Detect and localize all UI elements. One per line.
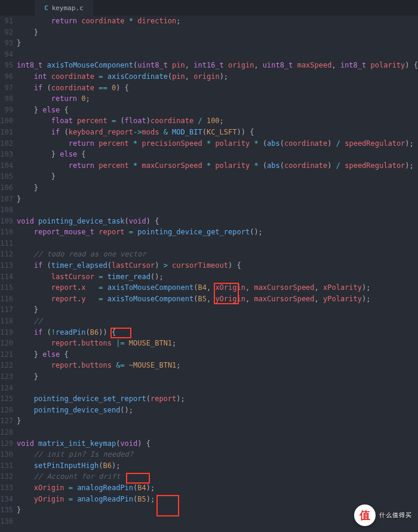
line-number: 104 [0, 160, 13, 172]
code-line[interactable]: } [17, 371, 418, 383]
code-line[interactable]: void pointing_device_task(void) { [17, 216, 418, 227]
code-line[interactable]: if (coordinate == 0) { [17, 82, 418, 94]
code-line[interactable]: } [17, 194, 418, 205]
line-number: 130 [0, 449, 13, 460]
line-number: 120 [0, 338, 13, 349]
code-line[interactable] [17, 427, 418, 438]
code-line[interactable]: setPinInputHigh(B6); [17, 460, 418, 472]
line-number: 111 [0, 238, 13, 249]
line-number: 127 [0, 415, 13, 427]
line-gutter: 9192939495969798991001011021031041051061… [0, 16, 17, 532]
code-line[interactable] [17, 383, 418, 394]
line-number: 122 [0, 360, 13, 371]
code-line[interactable]: report.x = axisToMouseComponent(B4, xOri… [17, 282, 418, 293]
line-number: 116 [0, 293, 13, 305]
line-number: 115 [0, 282, 13, 293]
code-line[interactable]: // Account for drift [17, 471, 418, 482]
code-line[interactable]: } else { [17, 349, 418, 360]
line-number: 105 [0, 171, 13, 182]
code-line[interactable]: int8_t axisToMouseComponent(uint8_t pin,… [17, 60, 418, 71]
code-line[interactable]: pointing_device_set_report(report); [17, 393, 418, 405]
line-number: 97 [0, 82, 13, 94]
line-number: 135 [0, 505, 13, 516]
code-line[interactable]: return 0; [17, 93, 418, 105]
line-number: 93 [0, 38, 13, 49]
code-line[interactable]: } [17, 171, 418, 182]
line-number: 119 [0, 327, 13, 338]
line-number: 129 [0, 438, 13, 450]
line-number: 98 [0, 93, 13, 105]
code-line[interactable] [17, 49, 418, 60]
line-number: 114 [0, 271, 13, 283]
line-number: 118 [0, 316, 13, 327]
line-number: 107 [0, 194, 13, 205]
line-number: 95 [0, 60, 13, 71]
code-line[interactable]: } else { [17, 105, 418, 116]
code-line[interactable]: // init pin? Is needed? [17, 449, 418, 460]
line-number: 123 [0, 371, 13, 383]
tab-title: keymap.c [52, 4, 84, 12]
code-line[interactable]: report.buttons |= MOUSE_BTN1; [17, 338, 418, 349]
line-number: 134 [0, 494, 13, 505]
code-line[interactable]: if (timer_elapsed(lastCursor) > cursorTi… [17, 260, 418, 271]
line-number: 132 [0, 471, 13, 482]
line-number: 124 [0, 383, 13, 394]
editor[interactable]: 9192939495969798991001011021031041051061… [0, 16, 418, 532]
code-line[interactable]: void matrix_init_keymap(void) { [17, 438, 418, 450]
line-number: 92 [0, 27, 13, 38]
code-line[interactable]: } else { [17, 149, 418, 160]
watermark-icon: 值 [354, 505, 376, 526]
code-line[interactable]: report.buttons &= ~MOUSE_BTN1; [17, 360, 418, 371]
code-line[interactable]: return coordinate * direction; [17, 16, 418, 27]
line-number: 94 [0, 49, 13, 60]
line-number: 101 [0, 127, 13, 138]
code-line[interactable]: } [17, 304, 418, 316]
line-number: 112 [0, 249, 13, 260]
code-line[interactable]: if (!readPin(B6)) { [17, 327, 418, 338]
line-number: 133 [0, 482, 13, 494]
code-line[interactable]: xOrigin = analogReadPin(B4); [17, 482, 418, 494]
line-number: 100 [0, 115, 13, 127]
watermark: 值 什么值得买 [354, 505, 412, 526]
line-number: 126 [0, 405, 13, 416]
line-number: 113 [0, 260, 13, 271]
line-number: 109 [0, 216, 13, 227]
code-line[interactable]: return percent * precisionSpeed * polari… [17, 138, 418, 149]
line-number: 99 [0, 105, 13, 116]
line-number: 91 [0, 16, 13, 27]
watermark-text: 什么值得买 [379, 511, 412, 519]
code-line[interactable] [17, 238, 418, 249]
line-number: 131 [0, 460, 13, 472]
code-line[interactable]: lastCursor = timer_read(); [17, 271, 418, 283]
code-line[interactable]: } [17, 182, 418, 194]
tab-bar: C keymap.c [0, 0, 418, 16]
c-file-icon: C [44, 4, 48, 12]
code-line[interactable]: return percent * maxCursorSpeed * polari… [17, 160, 418, 172]
code-area[interactable]: return coordinate * direction; }}int8_t … [17, 16, 418, 532]
code-line[interactable]: report.y = axisToMouseComponent(B5, yOri… [17, 293, 418, 305]
code-line[interactable]: } [17, 415, 418, 427]
code-line[interactable]: report_mouse_t report = pointing_device_… [17, 227, 418, 238]
line-number: 106 [0, 182, 13, 194]
line-number: 110 [0, 227, 13, 238]
code-line[interactable]: pointing_device_send(); [17, 405, 418, 416]
code-line[interactable]: int coordinate = axisCoordinate(pin, ori… [17, 71, 418, 82]
code-line[interactable]: // [17, 316, 418, 327]
line-number: 136 [0, 516, 13, 527]
line-number: 117 [0, 304, 13, 316]
line-number: 108 [0, 204, 13, 216]
code-line[interactable]: float percent = (float)coordinate / 100; [17, 115, 418, 127]
code-line[interactable]: // todo read as one vector [17, 249, 418, 260]
line-number: 125 [0, 393, 13, 405]
code-line[interactable]: yOrigin = analogReadPin(B5); [17, 494, 418, 505]
line-number: 103 [0, 149, 13, 160]
line-number: 96 [0, 71, 13, 82]
file-tab[interactable]: C keymap.c [35, 0, 93, 16]
line-number: 121 [0, 349, 13, 360]
code-line[interactable]: } [17, 38, 418, 49]
code-line[interactable] [17, 204, 418, 216]
code-line[interactable]: if (keyboard_report->mods & MOD_BIT(KC_L… [17, 127, 418, 138]
line-number: 128 [0, 427, 13, 438]
line-number: 102 [0, 138, 13, 149]
code-line[interactable]: } [17, 27, 418, 38]
